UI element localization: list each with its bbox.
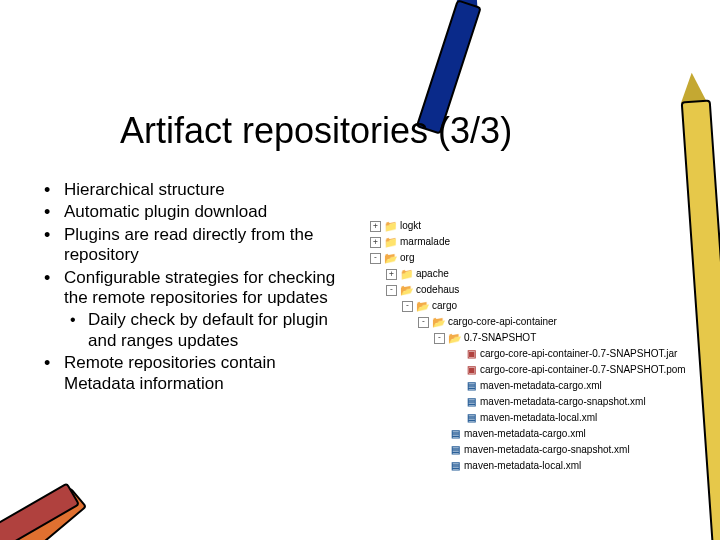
collapse-icon[interactable]: - — [402, 301, 413, 312]
tree-row: -📂cargo-core-api-container — [370, 314, 700, 330]
bullet-list-region: Hierarchical structureAutomatic plugin d… — [40, 180, 340, 396]
xml-file-icon: ▤ — [448, 458, 462, 474]
tree-node-label: marmalade — [400, 234, 450, 250]
bullet-text: Remote repositories contain Metadata inf… — [64, 353, 276, 392]
collapse-icon[interactable]: - — [386, 285, 397, 296]
expand-icon[interactable]: + — [386, 269, 397, 280]
bullet-item: Remote repositories contain Metadata inf… — [40, 353, 340, 394]
tree-node-label: maven-metadata-local.xml — [480, 410, 597, 426]
tree-row: ▤maven-metadata-cargo.xml — [370, 378, 700, 394]
bullet-text: Hierarchical structure — [64, 180, 225, 199]
tree-row: -📂org — [370, 250, 700, 266]
tree-node-label: maven-metadata-cargo.xml — [464, 426, 586, 442]
tree-node-label: cargo-core-api-container-0.7-SNAPSHOT.ja… — [480, 346, 677, 362]
xml-file-icon: ▤ — [448, 442, 462, 458]
tree-node-label: cargo-core-api-container-0.7-SNAPSHOT.po… — [480, 362, 686, 378]
bullet-text: Plugins are read directly from the repos… — [64, 225, 313, 264]
xml-file-icon: ▤ — [464, 410, 478, 426]
folder-open-icon: 📂 — [432, 314, 446, 330]
jar-file-icon: ▣ — [464, 362, 478, 378]
jar-file-icon: ▣ — [464, 346, 478, 362]
tree-node-label: maven-metadata-local.xml — [464, 458, 581, 474]
tree-node-label: 0.7-SNAPSHOT — [464, 330, 536, 346]
tree-row: -📂0.7-SNAPSHOT — [370, 330, 700, 346]
tree-row: ▣cargo-core-api-container-0.7-SNAPSHOT.p… — [370, 362, 700, 378]
bullet-text: Configurable strategies for checking the… — [64, 268, 335, 307]
tree-row: ▣cargo-core-api-container-0.7-SNAPSHOT.j… — [370, 346, 700, 362]
bullet-item: Hierarchical structure — [40, 180, 340, 200]
tree-row: -📂codehaus — [370, 282, 700, 298]
expand-icon[interactable]: + — [370, 237, 381, 248]
tree-node-label: cargo — [432, 298, 457, 314]
collapse-icon[interactable]: - — [434, 333, 445, 344]
tree-node-label: cargo-core-api-container — [448, 314, 557, 330]
expand-icon[interactable]: + — [370, 221, 381, 232]
tree-node-label: apache — [416, 266, 449, 282]
tree-node-label: maven-metadata-cargo-snapshot.xml — [464, 442, 630, 458]
tree-node-label: logkt — [400, 218, 421, 234]
tree-node-label: maven-metadata-cargo-snapshot.xml — [480, 394, 646, 410]
tree-node-label: codehaus — [416, 282, 459, 298]
tree-row: ▤maven-metadata-cargo.xml — [370, 426, 700, 442]
collapse-icon[interactable]: - — [418, 317, 429, 328]
tree-row: +📁logkt — [370, 218, 700, 234]
sub-bullet-item: Daily check by default for plugin and ra… — [64, 310, 340, 351]
bullet-item: Automatic plugin download — [40, 202, 340, 222]
xml-file-icon: ▤ — [464, 394, 478, 410]
tree-row: ▤maven-metadata-local.xml — [370, 458, 700, 474]
tree-row: -📂cargo — [370, 298, 700, 314]
folder-open-icon: 📂 — [400, 282, 414, 298]
slide: Artifact repositories (3/3) Hierarchical… — [0, 0, 720, 540]
folder-open-icon: 📂 — [448, 330, 462, 346]
tree-row: +📁marmalade — [370, 234, 700, 250]
xml-file-icon: ▤ — [448, 426, 462, 442]
tree-node-label: org — [400, 250, 414, 266]
tree-row: ▤maven-metadata-local.xml — [370, 410, 700, 426]
folder-open-icon: 📂 — [416, 298, 430, 314]
bullet-item: Configurable strategies for checking the… — [40, 268, 340, 352]
tree-row: +📁apache — [370, 266, 700, 282]
collapse-icon[interactable]: - — [370, 253, 381, 264]
tree-row: ▤maven-metadata-cargo-snapshot.xml — [370, 394, 700, 410]
folder-icon: 📁 — [384, 218, 398, 234]
slide-title: Artifact repositories (3/3) — [120, 110, 680, 152]
sub-bullet-text: Daily check by default for plugin and ra… — [88, 310, 328, 349]
folder-icon: 📁 — [384, 234, 398, 250]
xml-file-icon: ▤ — [464, 378, 478, 394]
folder-open-icon: 📂 — [384, 250, 398, 266]
tree-row: ▤maven-metadata-cargo-snapshot.xml — [370, 442, 700, 458]
tree-node-label: maven-metadata-cargo.xml — [480, 378, 602, 394]
crayon-decoration-bottom-left — [0, 430, 130, 540]
bullet-text: Automatic plugin download — [64, 202, 267, 221]
repository-tree: +📁logkt+📁marmalade-📂org+📁apache-📂codehau… — [370, 218, 700, 474]
bullet-item: Plugins are read directly from the repos… — [40, 225, 340, 266]
folder-icon: 📁 — [400, 266, 414, 282]
